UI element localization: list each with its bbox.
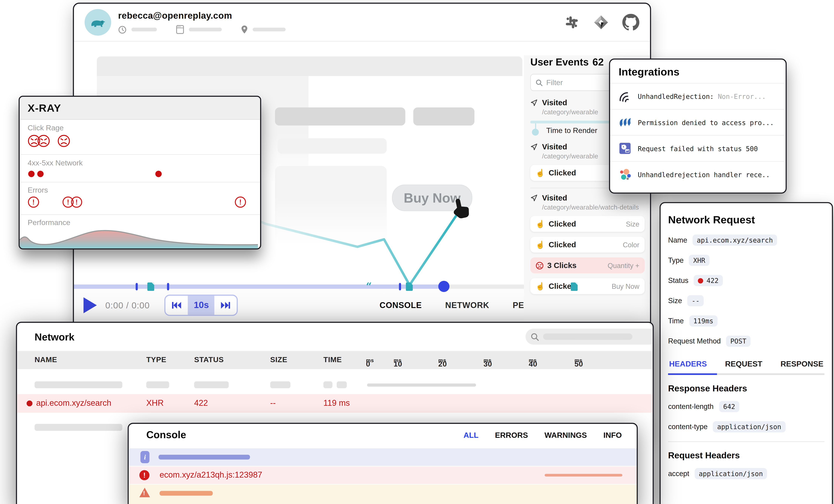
buy-now-label: Buy Now bbox=[404, 190, 461, 205]
event-clicked-size[interactable]: ☝ Clicked Size bbox=[530, 216, 644, 232]
time-to-render-label: Time to Render bbox=[546, 126, 597, 134]
event-visited-3[interactable]: Visited /category/wearable/watch-details bbox=[530, 194, 644, 211]
field-label: Request Method bbox=[668, 337, 721, 345]
location-placeholder bbox=[253, 28, 286, 31]
error-icon: ! bbox=[139, 470, 150, 480]
col-type[interactable]: TYPE bbox=[146, 355, 166, 364]
event-clicked-label: Clicked bbox=[549, 220, 576, 228]
integration-item-datadog[interactable]: Request failed with status 500 bbox=[610, 135, 786, 161]
tab-request[interactable]: REQUEST bbox=[725, 359, 762, 368]
field-name: Name api.ecom.xyz/search bbox=[668, 235, 825, 246]
console-row-info[interactable]: i bbox=[129, 448, 637, 466]
cell-type: XHR bbox=[146, 398, 163, 408]
header-value-chip: application/json bbox=[713, 421, 786, 432]
info-icon: i bbox=[140, 451, 149, 463]
waterfall-tick: 20ms bbox=[438, 355, 446, 364]
triple-quotes-icon bbox=[619, 116, 631, 129]
event-clicked-color[interactable]: ☝ Clicked Color bbox=[530, 237, 644, 253]
network-error-dot[interactable] bbox=[28, 171, 35, 177]
tab-info[interactable]: INFO bbox=[603, 431, 622, 439]
timeline-event-tick[interactable] bbox=[167, 283, 169, 290]
timeline-event-tick[interactable] bbox=[399, 283, 401, 290]
github-icon[interactable] bbox=[622, 14, 639, 31]
field-label: Time bbox=[668, 317, 684, 325]
angry-face-icon bbox=[535, 261, 544, 269]
jira-icon[interactable] bbox=[593, 14, 610, 31]
console-row-warning[interactable] bbox=[129, 485, 637, 504]
skip-forward-icon bbox=[220, 301, 232, 310]
svg-text:!: ! bbox=[67, 198, 69, 206]
tab-warnings[interactable]: WARNINGS bbox=[544, 431, 587, 439]
page-skeleton-title-bar bbox=[275, 108, 405, 126]
skip-controls: 10s bbox=[165, 294, 238, 316]
user-events-count: 62 bbox=[593, 57, 604, 68]
integration-item-sentry[interactable]: UnhandledRejection: Non-Error... bbox=[610, 83, 786, 109]
timeline-event-tick[interactable] bbox=[136, 283, 138, 290]
timeline-playhead[interactable] bbox=[438, 281, 449, 292]
request-headers-title: Request Headers bbox=[668, 451, 825, 461]
cell-time: 119 ms bbox=[323, 398, 350, 408]
network-error-dot[interactable] bbox=[37, 171, 44, 177]
timeline-doc-marker[interactable] bbox=[406, 282, 413, 291]
skip-interval-button[interactable]: 10s bbox=[188, 296, 215, 315]
browser-placeholder bbox=[189, 28, 222, 31]
integration-message: Request failed with status 500 bbox=[638, 145, 758, 152]
xray-divider bbox=[20, 182, 260, 182]
error-source: ecom.xyz/a213qh.js:123987 bbox=[160, 470, 262, 480]
col-name[interactable]: NAME bbox=[35, 355, 57, 364]
play-button[interactable] bbox=[84, 297, 97, 313]
col-time[interactable]: TIME bbox=[323, 355, 342, 364]
search-placeholder-bar bbox=[543, 333, 633, 340]
integrations-panel: Integrations UnhandledRejection: Non-Err… bbox=[609, 59, 787, 194]
integration-item-elastic[interactable]: Unhandledrejection handler rece.. bbox=[610, 161, 786, 187]
error-icons: !!!! bbox=[28, 196, 252, 209]
console-row-error[interactable]: ! ecom.xyz/a213qh.js:123987 bbox=[129, 466, 637, 484]
waterfall-tick: 50ms bbox=[574, 355, 583, 364]
skip-forward-button[interactable] bbox=[215, 296, 237, 315]
header-key: accept bbox=[668, 470, 689, 478]
network-error-dot[interactable] bbox=[155, 171, 162, 177]
integration-item-bugsnag[interactable]: Permission denied to access pro... bbox=[610, 109, 786, 135]
rhino-icon bbox=[89, 13, 107, 31]
section-divider bbox=[668, 441, 825, 442]
field-value-chip: api.ecom.xyz/search bbox=[693, 235, 777, 246]
timeline-doc-marker[interactable] bbox=[571, 282, 578, 291]
tab-console[interactable]: CONSOLE bbox=[379, 301, 422, 310]
network-row-error[interactable]: api.ecom.xyz/search XHR 422 -- 119 ms bbox=[17, 394, 653, 413]
filter-placeholder: Filter bbox=[546, 78, 563, 87]
avatar bbox=[85, 9, 111, 36]
col-size[interactable]: SIZE bbox=[270, 355, 287, 364]
col-status[interactable]: STATUS bbox=[194, 355, 224, 364]
tab-network[interactable]: NETWORK bbox=[445, 301, 489, 310]
integration-message: UnhandledRejection: Non-Error... bbox=[638, 92, 766, 100]
page-skeleton-badge-bar bbox=[413, 108, 475, 126]
skip-interval-label: 10s bbox=[194, 300, 209, 310]
duration-placeholder bbox=[131, 28, 157, 31]
integration-error-type: UnhandledRejection: bbox=[638, 92, 714, 100]
tab-errors[interactable]: ERRORS bbox=[495, 431, 528, 439]
xray-title: X-RAY bbox=[20, 97, 260, 119]
tab-headers[interactable]: HEADERS bbox=[669, 359, 707, 368]
xray-performance-label: Performance bbox=[28, 218, 70, 226]
network-search-input[interactable] bbox=[526, 329, 654, 345]
status-error-dot bbox=[698, 278, 703, 283]
console-panel: Console ALL ERRORS WARNINGS INFO i ! eco… bbox=[128, 423, 638, 504]
cell-size: -- bbox=[270, 398, 276, 408]
event-rage-clicks[interactable]: 3 Clicks Quantity + bbox=[530, 258, 644, 273]
field-label: Size bbox=[668, 297, 682, 305]
waterfall-tick: 0ms bbox=[366, 355, 374, 364]
network-row-placeholder[interactable] bbox=[17, 376, 653, 394]
tab-all[interactable]: ALL bbox=[463, 431, 478, 439]
slack-icon[interactable] bbox=[564, 14, 580, 30]
skip-back-button[interactable] bbox=[166, 296, 188, 315]
svg-text:!: ! bbox=[239, 198, 241, 206]
timeline-doc-marker[interactable] bbox=[147, 282, 154, 291]
request-detail-tabs: HEADERS REQUEST RESPONSE bbox=[669, 359, 824, 368]
integration-message: Unhandledrejection handler rece.. bbox=[638, 171, 770, 178]
timeline-quote-marker[interactable]: “ bbox=[366, 280, 372, 292]
field-value-chip: 422 bbox=[694, 275, 723, 286]
event-clicked-buynow[interactable]: ☝ Clicked Buy Now bbox=[530, 278, 644, 294]
cell-status: 422 bbox=[194, 398, 208, 408]
event-target: Size bbox=[626, 220, 639, 228]
tab-response[interactable]: RESPONSE bbox=[781, 359, 823, 368]
